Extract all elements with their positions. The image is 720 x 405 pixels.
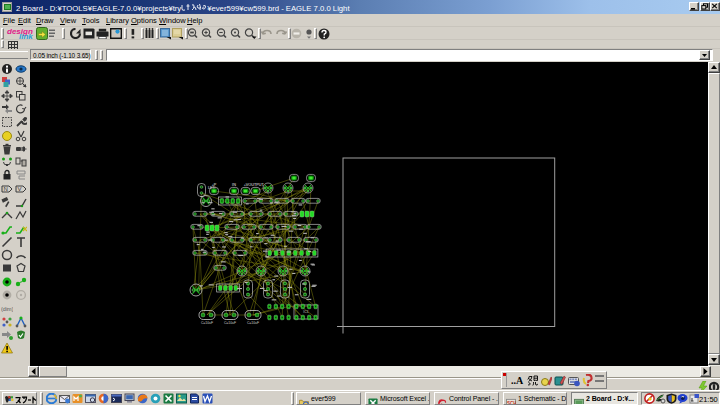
svg-text:IC1: IC1: [303, 310, 308, 314]
svg-text:C=10uF: C=10uF: [247, 321, 259, 325]
svg-text:OUTPUT: OUTPUT: [248, 183, 264, 187]
svg-text:(dim): (dim): [1, 306, 13, 312]
svg-text:V: V: [18, 186, 22, 192]
svg-text:SCH: SCH: [507, 401, 516, 405]
svg-text:IN: IN: [232, 183, 236, 187]
svg-text:C=10uF: C=10uF: [224, 321, 236, 325]
svg-text:+P: +P: [212, 183, 217, 187]
svg-text:C=10uF: C=10uF: [201, 321, 213, 325]
svg-text:N: N: [4, 186, 8, 192]
